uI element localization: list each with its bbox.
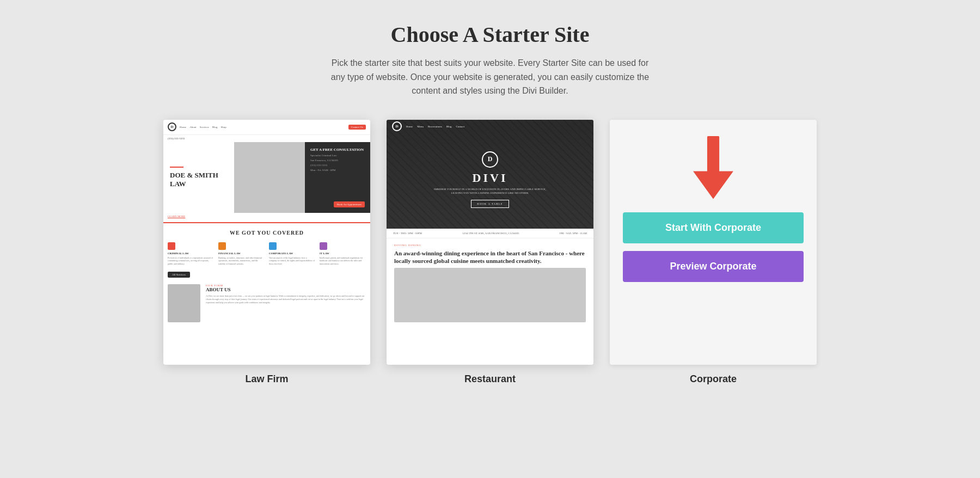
restaurant-preview: D Home Menu Reservations Blog Contact D … [387,120,593,365]
restaurant-card: D Home Menu Reservations Blog Contact D … [387,120,593,385]
svg-rect-0 [707,136,719,174]
rest-content-title: An award-winning dining experience in th… [394,249,586,265]
restaurant-label: Restaurant [464,373,516,385]
page-title: Choose A Starter Site [327,22,653,47]
corporate-label: Corporate [690,373,737,385]
corporate-panel: Start With Corporate Preview Corporate [610,120,817,365]
law-firm-preview: D Home About Services Blog Shop Contact … [163,120,370,365]
header-section: Choose A Starter Site Pick the starter s… [327,22,653,98]
cards-container: D Home About Services Blog Shop Contact … [109,120,871,385]
svg-marker-1 [693,171,733,199]
rest-book-btn[interactable]: BOOK A TABLE [471,200,509,208]
lf-hero-title: DOE & SMITH LAW [170,171,228,188]
lf-section-title: WE GOT YOU COVERED [163,225,370,240]
start-with-corporate-button[interactable]: Start With Corporate [623,212,804,243]
law-firm-card: D Home About Services Blog Shop Contact … [163,120,370,385]
preview-corporate-button[interactable]: Preview Corporate [623,251,804,282]
arrow-down-container [691,136,735,201]
corporate-card: Start With Corporate Preview Corporate C… [610,120,817,385]
lf-about-title: ABOUT US [206,287,366,292]
arrow-down-icon [691,136,735,201]
page-subtitle: Pick the starter site that best suits yo… [327,56,653,98]
lf-consult-title: GET A FREE CONSULTATION [310,148,365,152]
rest-brand: DIVI [434,171,546,185]
rest-tag: DIVING DINING [394,244,586,247]
law-firm-label: Law Firm [245,373,288,385]
